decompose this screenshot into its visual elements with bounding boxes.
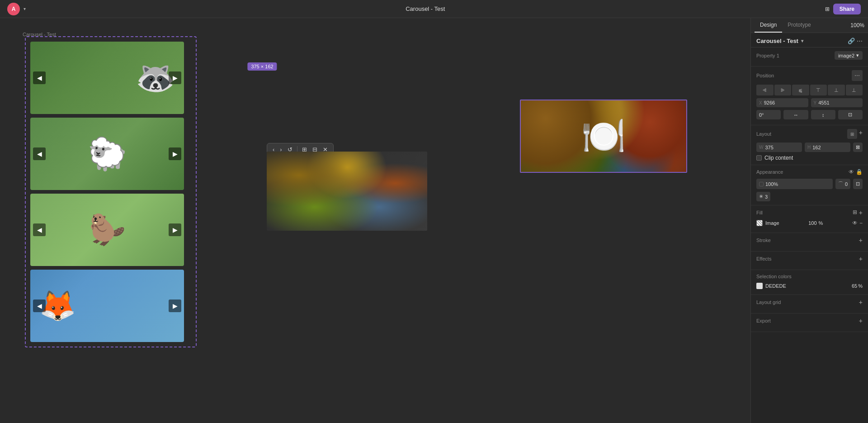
appearance-section-header: Appearance 👁 🔒: [756, 169, 863, 175]
position-section-header: Position ⋯: [756, 70, 863, 81]
align-left-button[interactable]: ⫷: [756, 85, 774, 95]
corner-field[interactable]: ⌒ 0: [835, 179, 850, 189]
align-top-button[interactable]: ⊤: [810, 85, 827, 95]
align-bottom-button[interactable]: ⊥: [846, 85, 863, 95]
blur-field[interactable]: ✳ 3: [756, 192, 770, 201]
fill-minus-icon[interactable]: −: [859, 220, 863, 226]
component-title-text: Carousel - Test: [756, 38, 798, 44]
panel-tabs-left: Design Prototype: [755, 18, 816, 33]
align-right-button[interactable]: ⫹: [792, 85, 809, 95]
fill-opacity-unit: %: [819, 220, 823, 226]
rotation-row: 0° ↔ ↕ ⊡: [756, 110, 863, 119]
dimension-badge: 375 × 162: [247, 62, 277, 71]
align-center-h-button[interactable]: ⫸: [774, 85, 792, 95]
export-add-icon[interactable]: +: [859, 317, 863, 324]
selection-color-swatch[interactable]: [756, 283, 763, 289]
tab-prototype[interactable]: Prototype: [782, 18, 816, 33]
fill-grid-icon[interactable]: ⊞: [853, 209, 857, 216]
canvas-area[interactable]: Carousel - Test 🦝 ◀ ▶ 🐑 ◀ ▶: [0, 18, 750, 423]
sel-opacity-value: 65: [852, 283, 857, 289]
property1-select[interactable]: image2 ▾: [835, 51, 863, 60]
lock-ratio-icon[interactable]: ⊠: [853, 143, 863, 152]
visibility-icon[interactable]: 👁: [849, 169, 854, 175]
blur-value: 3: [765, 194, 768, 200]
fill-visibility-icon[interactable]: 👁: [852, 220, 858, 226]
stroke-section-header: Stroke +: [756, 237, 863, 244]
fill-swatch[interactable]: [756, 220, 763, 226]
appearance-section-title: Appearance: [756, 169, 783, 175]
canvas-food-preview[interactable]: [267, 152, 427, 231]
export-section: Export +: [751, 314, 868, 332]
h-label: H: [807, 145, 811, 150]
selection-color-opacity[interactable]: 65 %: [852, 283, 863, 289]
selection-color-row: DEDEDE 65 %: [756, 283, 863, 289]
carousel-next-button-1[interactable]: ▶: [169, 71, 181, 84]
opacity-field[interactable]: 100%: [756, 179, 833, 189]
h-field[interactable]: H 162: [805, 143, 850, 152]
lock-icon[interactable]: 🔒: [856, 169, 863, 175]
sel-opacity-unit: %: [858, 283, 863, 289]
layout-add-icon[interactable]: +: [859, 129, 863, 139]
rotation-field[interactable]: 0°: [756, 110, 781, 119]
position-section-title: Position: [756, 73, 774, 78]
fill-opacity[interactable]: 100 %: [808, 220, 823, 226]
file-title: Carousel - Test: [406, 5, 445, 12]
property-section: Property 1 image2 ▾: [751, 48, 868, 67]
layout-grid-add-icon[interactable]: +: [859, 299, 863, 306]
w-field[interactable]: W 375: [756, 143, 802, 152]
fill-add-icon[interactable]: +: [859, 209, 863, 216]
x-field[interactable]: X 9266: [756, 98, 808, 107]
component-header: Carousel - Test ▾ 🔗 ⋯: [751, 33, 868, 48]
constraint-field[interactable]: ⊡: [838, 110, 863, 119]
carousel-next-button-4[interactable]: ▶: [169, 299, 181, 312]
carousel-prev-button-4[interactable]: ◀: [33, 299, 46, 312]
flip-v-field[interactable]: ↕: [811, 110, 835, 119]
carousel-next-button-2[interactable]: ▶: [169, 147, 181, 160]
h-value: 162: [812, 145, 821, 150]
tab-design[interactable]: Design: [755, 18, 782, 33]
stroke-section: Stroke +: [751, 233, 868, 252]
effects-add-icon[interactable]: +: [859, 255, 863, 262]
property1-chevron-icon: ▾: [856, 52, 859, 58]
layout-grid-header: Layout grid +: [756, 299, 863, 306]
clip-content-checkbox[interactable]: [756, 155, 762, 161]
y-field[interactable]: Y 4551: [811, 98, 863, 107]
component-chevron-icon[interactable]: ▾: [801, 38, 803, 43]
w-label: W: [759, 145, 763, 150]
opacity-value: 100%: [765, 181, 778, 187]
link-icon[interactable]: 🔗: [848, 38, 855, 44]
fill-section-title: Fill: [756, 210, 763, 215]
x-label: X: [759, 100, 762, 105]
food-image-fill: [267, 152, 427, 231]
chevron-down-icon[interactable]: ▾: [24, 6, 26, 11]
corner-expand-icon[interactable]: ⊡: [853, 179, 863, 189]
canvas-food-image[interactable]: [520, 100, 687, 173]
position-section: Position ⋯ ⫷ ⫸ ⫹ ⊤ ⊥ ⊥ X 9266 Y 4: [751, 67, 868, 125]
corner-icon: ⌒: [838, 181, 843, 187]
selection-colors-header: Selection colors: [756, 274, 863, 279]
topbar: A ▾ Carousel - Test ⊞ Share: [0, 0, 868, 18]
topbar-center: Carousel - Test: [406, 5, 445, 12]
xy-row: X 9266 Y 4551: [756, 98, 863, 107]
more-icon[interactable]: ⋯: [857, 38, 863, 44]
align-center-v-button[interactable]: ⊥: [828, 85, 845, 95]
position-more-icon[interactable]: ⋯: [852, 70, 863, 81]
panel-tabs: Design Prototype 100%: [751, 18, 868, 33]
stroke-add-icon[interactable]: +: [859, 237, 863, 244]
y-label: Y: [814, 100, 817, 105]
carousel-next-button-3[interactable]: ▶: [169, 223, 181, 236]
stroke-section-title: Stroke: [756, 238, 771, 243]
property1-row: Property 1 image2 ▾: [756, 51, 863, 60]
layout-grid-icon[interactable]: ⊞: [847, 129, 857, 139]
carousel-prev-button-1[interactable]: ◀: [33, 71, 46, 84]
carousel-prev-button-2[interactable]: ◀: [33, 147, 46, 160]
flip-h-field[interactable]: ↔: [783, 110, 808, 119]
clip-content-label: Clip content: [764, 155, 793, 161]
layout-section-title: Layout: [756, 131, 771, 137]
effects-section: Effects +: [751, 252, 868, 270]
main: Carousel - Test 🦝 ◀ ▶ 🐑 ◀ ▶: [0, 18, 868, 423]
layout-section: Layout ⊞ + W 375 H 162 ⊠: [751, 125, 868, 165]
fill-header-icons: ⊞ +: [853, 209, 863, 216]
share-button[interactable]: Share: [833, 4, 861, 14]
carousel-prev-button-3[interactable]: ◀: [33, 223, 46, 236]
